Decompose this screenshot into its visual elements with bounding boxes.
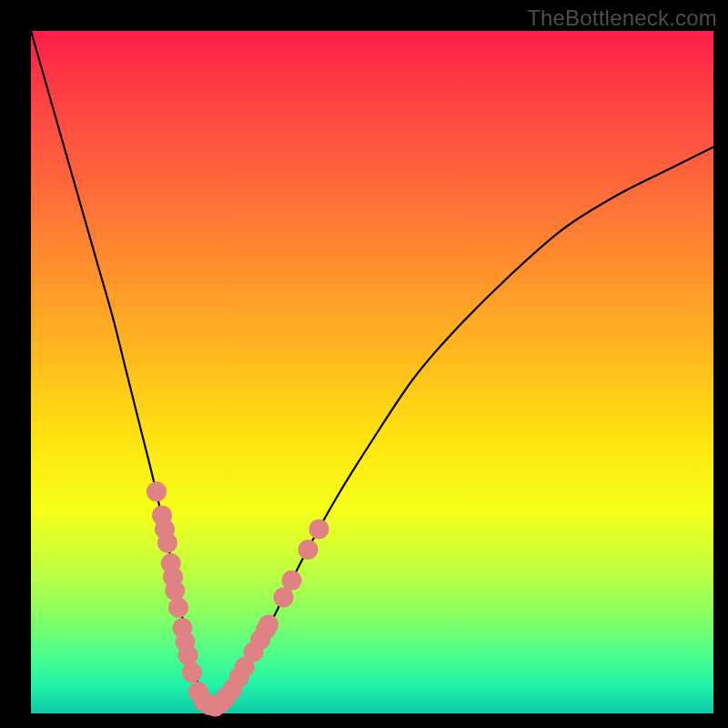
marker-dots — [147, 481, 329, 716]
marker-dot — [258, 615, 278, 635]
marker-dot — [309, 520, 329, 540]
marker-dot — [178, 645, 198, 665]
marker-dot — [182, 662, 202, 682]
plot-area — [31, 31, 713, 713]
bottleneck-curve — [31, 31, 713, 707]
marker-dot — [165, 581, 185, 601]
marker-dot — [147, 481, 167, 501]
curve-svg — [31, 31, 713, 713]
chart-frame: TheBottleneck.com — [0, 0, 728, 728]
marker-dot — [282, 571, 302, 591]
watermark-text: TheBottleneck.com — [527, 5, 717, 31]
marker-dot — [168, 598, 188, 618]
marker-dot — [157, 533, 177, 553]
marker-dot — [274, 588, 294, 608]
marker-dot — [298, 540, 318, 560]
